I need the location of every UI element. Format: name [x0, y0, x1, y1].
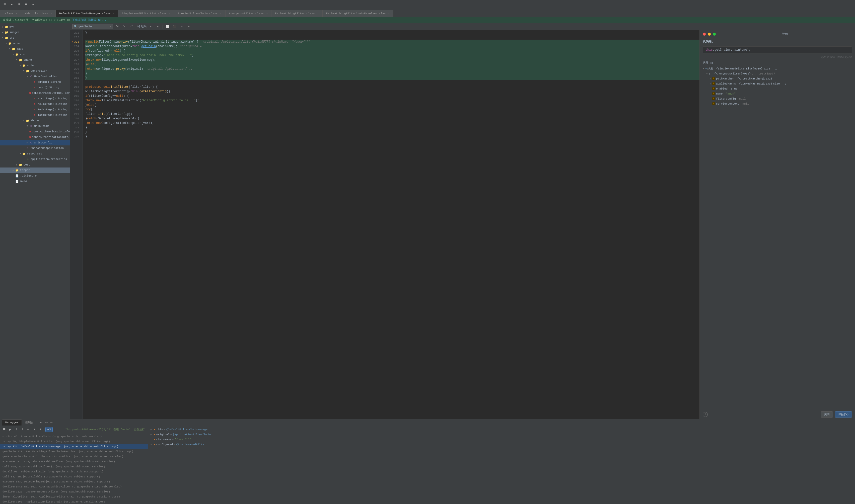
pause-icon[interactable]: ⏸ [16, 2, 22, 7]
sidebar-item-mainrealm[interactable]: ▼ C MainRealm [0, 123, 70, 129]
sidebar-item-demo[interactable]: m demo():String [0, 85, 70, 90]
sidebar-item-admin[interactable]: m admin():String [0, 79, 70, 85]
close-icon[interactable]: ✕ [388, 12, 390, 15]
close-button[interactable]: 关闭 [821, 412, 833, 417]
sidebar-item-shiroconfig[interactable]: ▶ C ShiroConfig [0, 140, 70, 145]
tab-class[interactable]: .class ✕ [0, 10, 21, 17]
filter-icon[interactable]: ⊞ [186, 24, 192, 29]
sidebar-item-errorpage[interactable]: m errorPage():String [0, 96, 70, 101]
stack-item[interactable]: getExecutionChain:415, AbstractShiroFilt… [0, 454, 148, 459]
close-icon[interactable]: ✕ [317, 12, 319, 15]
sidebar-item-resources[interactable]: ▼ 📁 resources [0, 151, 70, 157]
sidebar-item-shiro2[interactable]: ▼ 📁 Shiro [0, 118, 70, 123]
sidebar-item-dogetauthz[interactable]: m doGetAuthorizationInfo(Pri... [0, 134, 70, 140]
close-btn[interactable] [703, 33, 706, 36]
stack-item[interactable]: doCall:90, SubjectCallable (org.apache.s… [0, 469, 148, 474]
minimize-btn[interactable] [708, 33, 711, 36]
sidebar-item-dologinpage[interactable]: m doLoginPage(String, String, [0, 90, 70, 96]
clear-search-icon[interactable]: ✕ [110, 25, 111, 28]
run-to-cursor-icon[interactable]: ⬆ [32, 427, 37, 432]
sidebar-item-java[interactable]: ▼ 📁 java [0, 46, 70, 52]
sidebar-item-com[interactable]: ▼ 📁 com [0, 52, 70, 57]
help-button[interactable]: ? [703, 412, 708, 417]
sidebar-item-appprops[interactable]: ⚙ application.properties [0, 157, 70, 162]
result-appliedpaths[interactable]: ▶ f appliedPaths = {LinkedHashMap@7033} … [700, 81, 855, 86]
result-enabled[interactable]: f enabled = true [700, 86, 855, 91]
result-servletcontext[interactable]: f servletContext = null [700, 101, 855, 106]
prev-result-icon[interactable]: ▲ [148, 24, 154, 29]
stack-item[interactable]: <init>:46, ProxiedFilterChain (org.apach… [0, 434, 148, 439]
stack-item[interactable]: proxy:79, SimpleNamedFilterList (org.apa… [0, 439, 148, 444]
stack-item-selected[interactable]: proxy:324, DefaultFilterChainManager (or… [0, 444, 148, 449]
maximize-btn[interactable] [713, 33, 716, 36]
tab-defaultfilterchainmanager[interactable]: DefaultFilterChainManager.class ✕ [56, 10, 119, 17]
more-options-icon[interactable]: ⋯ [179, 24, 184, 29]
stack-item[interactable]: doFilter:125, OncePerRequestFilter (org.… [0, 489, 148, 494]
sidebar-item-target[interactable]: ▶ 📁 target [0, 167, 70, 173]
sidebar-item-indexpage[interactable]: m IndexPage():String [0, 107, 70, 112]
close-icon[interactable]: ✕ [220, 12, 221, 15]
regex-icon[interactable]: .* [129, 24, 134, 29]
stack-item[interactable]: doFilter:166, ApplicationFilterChain (or… [0, 499, 148, 504]
stack-item[interactable]: call:83, SubjectCallable (org.apache.shi… [0, 474, 148, 479]
stack-item[interactable]: execute:383, DelegatingSubject (org.apac… [0, 479, 148, 484]
result-name-field[interactable]: f name = "anon" [700, 91, 855, 96]
close-icon[interactable]: ✕ [113, 12, 115, 15]
sidebar-item-test[interactable]: ▶ 📁 test [0, 162, 70, 167]
sidebar-item-controller[interactable]: ▼ 📁 Controller [0, 68, 70, 74]
sidebar-item-src[interactable]: ▼ 📁 src [0, 35, 70, 41]
sidebar-item-mvnw[interactable]: 📄 mvnw [0, 179, 70, 184]
menu-icon[interactable]: ☰ [2, 2, 7, 7]
stop-icon[interactable]: ⏹ [23, 2, 29, 7]
filter-button[interactable]: ⊞ ▼ [46, 427, 53, 432]
fold-icon[interactable]: ⬛ [172, 24, 177, 29]
stop-debug-icon[interactable]: ⏹ [1, 427, 7, 432]
expand-icon[interactable]: ⬜ [165, 24, 170, 29]
choose-source-link[interactable]: 选择源(S)... [88, 18, 106, 22]
close-icon[interactable]: ✕ [169, 12, 171, 15]
step-into-icon[interactable]: ⤴ [20, 427, 25, 432]
stack-item[interactable]: executeChain:448, AbstractShiroFilter (o… [0, 459, 148, 464]
sidebar-item-images[interactable]: ▶ 📁 images [0, 30, 70, 35]
var-original[interactable]: ▶ ● original = {ApplicationFilterChain..… [148, 432, 855, 437]
result-root[interactable]: ▼ ∞ 结果 = {SimpleNamedFilterList@5915} si… [700, 66, 855, 71]
evaluate-button[interactable]: 评估(V) [835, 412, 852, 417]
close-icon[interactable]: ✕ [16, 12, 18, 15]
var-this[interactable]: ▶ ● this = {DefaultFilterChainManage... [148, 427, 855, 432]
result-child-0[interactable]: ▼ 0 = {AnonymousFilter@7031} ... toStrin… [700, 71, 855, 76]
settings-icon[interactable]: ⚙ [30, 2, 36, 7]
next-result-icon[interactable]: ▼ [155, 24, 161, 29]
sidebar-item-hellopage[interactable]: m helloPage():String [0, 101, 70, 107]
download-source-link[interactable]: 下载源代码 [72, 18, 86, 22]
sidebar-item-shiro[interactable]: ▼ 📁 shiro [0, 57, 70, 63]
search-box[interactable]: 🔍 ✕ [72, 24, 113, 29]
sidebar-item-loginpage[interactable]: m loginPage():String [0, 112, 70, 118]
case-sensitive-icon[interactable]: Cc [115, 24, 120, 29]
sidebar-item-shirodemo[interactable]: C ShirodemoApplication [0, 145, 70, 151]
search-input[interactable] [78, 25, 109, 28]
tab-pathmatchingfilterchainresolver[interactable]: PathMatchingFilterChainResolver.clas ✕ [323, 10, 394, 17]
step-over-icon[interactable]: ⤵ [14, 427, 19, 432]
tab-simplenamedfilterlist[interactable]: SimpleNamedFilterList.class ✕ [119, 10, 174, 17]
stack-item[interactable]: call:365, AbstractShiroFilter$1 (org.apa… [0, 464, 148, 469]
tab-pathmatchingfilter[interactable]: PathMatchingFilter.class ✕ [271, 10, 322, 17]
tab-proxiedfilterchain[interactable]: ProxiedFilterChain.class ✕ [174, 10, 225, 17]
whole-word-icon[interactable]: W [122, 24, 127, 29]
close-icon[interactable]: ✕ [50, 12, 52, 15]
result-filterconfig[interactable]: f filterConfig = null [700, 96, 855, 101]
sidebar-item-main[interactable]: ▼ 📁 main [0, 41, 70, 46]
actuator-tab[interactable]: Actuator [37, 419, 56, 426]
stack-item[interactable]: doFilterInternal:362, AbstractShiroFilte… [0, 484, 148, 489]
var-chainname[interactable]: ● chainName = "/demo/**" [148, 437, 855, 442]
result-pathmatcher[interactable]: ▶ f pathMatcher = {AntPathMatcher@7032} [700, 76, 855, 81]
stack-item[interactable]: getChain:128, PathMatchingFilterChainRes… [0, 449, 148, 454]
run-icon[interactable]: ▶ [9, 2, 15, 7]
sidebar-item-dogetauth[interactable]: m doGetAuthenticationInfo(A... [0, 129, 70, 134]
stack-item[interactable]: internalDoFilter:193, ApplicationFilterC… [0, 494, 148, 499]
step-out-icon[interactable]: ↪ [25, 427, 31, 432]
debugger-tab[interactable]: Debugger [2, 419, 22, 426]
resume-icon[interactable]: ▶ [7, 427, 13, 432]
var-configured[interactable]: ≡ ● configured = {SimpleNamedFilte... [148, 442, 855, 447]
sidebar-item-mvn[interactable]: ▶ 📁 mvn [0, 24, 70, 30]
sidebar-item-usercontroller[interactable]: ▼ C UserController [0, 74, 70, 79]
